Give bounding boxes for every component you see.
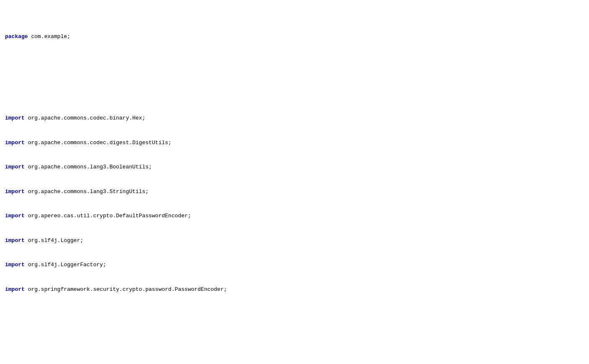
line-1: package com.example; [0,33,589,41]
line-8: import org.slf4j.Logger; [0,237,589,245]
code-editor[interactable]: package com.example; import org.apache.c… [0,0,589,364]
line-7: import org.apereo.cas.util.crypto.Defaul… [0,212,589,220]
gutter-3 [0,114,3,122]
content-11[interactable] [3,326,589,334]
line-2 [0,74,589,82]
gutter-11 [0,326,3,334]
gutter-5 [0,163,3,171]
gutter-9 [0,261,3,269]
content-5[interactable]: import org.apache.commons.lang3.BooleanU… [3,163,589,171]
gutter-10 [0,285,3,294]
content-1[interactable]: package com.example; [3,33,589,41]
content-7[interactable]: import org.apereo.cas.util.crypto.Defaul… [3,212,589,220]
content-2[interactable] [3,74,589,82]
line-11 [0,326,589,334]
line-10: import org.springframework.security.cryp… [0,285,589,294]
gutter-2 [0,74,3,82]
gutter-1 [0,33,3,41]
content-6[interactable]: import org.apache.commons.lang3.StringUt… [3,188,589,196]
content-3[interactable]: import org.apache.commons.codec.binary.H… [3,114,589,122]
content-9[interactable]: import org.slf4j.LoggerFactory; [3,261,589,269]
gutter-8 [0,237,3,245]
line-6: import org.apache.commons.lang3.StringUt… [0,188,589,196]
code-container: package com.example; import org.apache.c… [0,0,589,364]
line-3: import org.apache.commons.codec.binary.H… [0,114,589,122]
content-8[interactable]: import org.slf4j.Logger; [3,237,589,245]
gutter-4 [0,139,3,147]
line-5: import org.apache.commons.lang3.BooleanU… [0,163,589,171]
content-10[interactable]: import org.springframework.security.cryp… [3,285,589,294]
gutter-6 [0,188,3,196]
line-4: import org.apache.commons.codec.digest.D… [0,139,589,147]
line-9: import org.slf4j.LoggerFactory; [0,261,589,269]
content-4[interactable]: import org.apache.commons.codec.digest.D… [3,139,589,147]
gutter-7 [0,212,3,220]
